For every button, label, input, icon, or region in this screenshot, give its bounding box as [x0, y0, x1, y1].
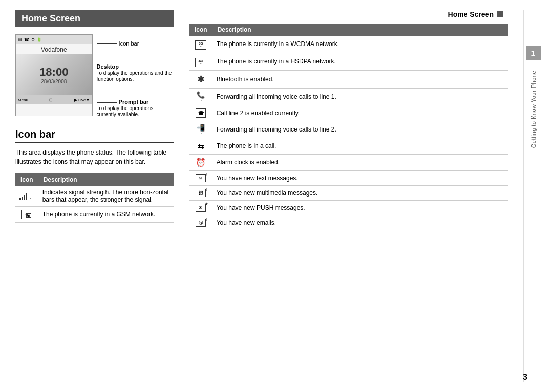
desc-cell-bluetooth: Bluetooth is enabled. [212, 70, 508, 88]
table-row: ✱ Bluetooth is enabled. [189, 70, 508, 88]
left-table-header-desc: Description [38, 173, 174, 186]
table-row: 3G ≡ The phone is currently in a WCDMA n… [189, 36, 508, 53]
phone-time: 18:00 [39, 66, 68, 79]
phone-mockup-section: ▤ ☎ ⚙ 🔋 Vodafone 18:00 28/03/2008 Menu ⊞… [15, 34, 174, 123]
callout-labels: Icon bar Desktop To display the operatio… [93, 34, 174, 123]
table-row: . Indicates signal strength. The more ho… [15, 186, 174, 207]
table-row: ⇆ The phone is in a call. [189, 138, 508, 154]
desc-cell-alarm: Alarm clock is enabled. [212, 154, 508, 170]
line2-icon: ☎ [196, 108, 206, 118]
email-icon: @ ! [196, 219, 206, 227]
desc-cell-wcdma: The phone is currently in a WCDMA networ… [212, 36, 508, 53]
signal-strength-icon: . [19, 192, 34, 200]
left-table-header-row: Icon Description [15, 173, 174, 186]
phone-date: 28/03/2008 [41, 79, 67, 84]
table-row: 📞 → Forwarding all incoming voice calls … [189, 88, 508, 105]
right-table-header-icon: Icon [189, 24, 212, 36]
right-table-header-desc: Description [212, 24, 508, 36]
desc-cell-mms: You have new multimedia messages. [212, 185, 508, 200]
icon-cell-email: @ ! [189, 215, 212, 230]
table-row: 3G+ ≡ The phone is currently in a HSDPA … [189, 53, 508, 70]
table-row: ⏰ Alarm clock is enabled. [189, 154, 508, 170]
phone-bottom-bar: Menu ⊞ ▶ Live▼ [16, 95, 92, 104]
intro-text: This area displays the phone status. The… [15, 148, 174, 166]
desc-cell-email: You have new emails. [212, 215, 508, 230]
icon-bar-heading: Icon bar [15, 128, 174, 143]
gsm-icon: G ▣ [21, 210, 32, 219]
forward-line1-icon: 📞 → [197, 92, 205, 102]
table-row: 🖼 ! You have new multimedia messages. [189, 185, 508, 200]
top-right-title: Home Screen [448, 10, 494, 18]
callout-desktop: Desktop To display the operations and th… [97, 63, 174, 82]
phone-status-bar: ▤ ☎ ⚙ 🔋 [16, 35, 92, 44]
callout-desktop-desc: To display the operations and the functi… [97, 70, 172, 82]
wcdma-icon: 3G ≡ [195, 40, 206, 50]
table-row: ✉ ! You have new text messages. [189, 170, 508, 185]
bluetooth-icon: ✱ [197, 74, 205, 84]
desc-cell-fwd1: Forwarding all incoming voice calls to l… [212, 88, 508, 105]
callout-desktop-label: Desktop [97, 63, 119, 70]
icon-cell-alarm: ⏰ [189, 154, 212, 170]
incall-icon: ⇆ [198, 142, 204, 150]
phone-mockup: ▤ ☎ ⚙ 🔋 Vodafone 18:00 28/03/2008 Menu ⊞… [15, 34, 93, 116]
right-column: Home Screen Icon Description 3G ≡ [189, 10, 508, 382]
icon-cell-fwd1: 📞 → [189, 88, 212, 105]
desc-cell-hsdpa: The phone is currently in a HSDPA networ… [212, 53, 508, 70]
table-row: ☎ Call line 2 is enabled currently. [189, 105, 508, 121]
desc-cell-sms: You have new text messages. [212, 170, 508, 185]
icon-cell-incall: ⇆ [189, 138, 212, 154]
heading-square-icon [497, 11, 503, 17]
right-icon-table: Icon Description 3G ≡ The phone is curre… [189, 24, 508, 230]
icon-cell-sms: ✉ ! [189, 170, 212, 185]
alarm-icon: ⏰ [196, 158, 206, 167]
sms-icon: ✉ ! [196, 174, 206, 182]
icon-cell-bluetooth: ✱ [189, 70, 212, 88]
page-number: 3 [523, 373, 527, 382]
icon-cell-mms: 🖼 ! [189, 185, 212, 200]
callout-icon-bar-label: Icon bar [119, 40, 139, 47]
left-icon-table: Icon Description . [15, 173, 174, 223]
page-title: Home Screen [15, 10, 174, 27]
hsdpa-icon: 3G+ ≡ [195, 58, 206, 67]
right-sidebar: 1 Getting to Know Your Phone [523, 10, 543, 382]
desc-cell-incall: The phone is in a call. [212, 138, 508, 154]
table-row: G ▣ The phone is currently in a GSM netw… [15, 207, 174, 223]
phone-display: 18:00 28/03/2008 [16, 54, 92, 95]
phone-menu-label: Menu [18, 98, 28, 102]
phone-brand: Vodafone [16, 44, 92, 54]
phone-live-label: ▶ Live▼ [74, 98, 90, 102]
table-row: @ ! You have new emails. [189, 215, 508, 230]
left-column: Home Screen ▤ ☎ ⚙ 🔋 Vodafone 18:00 28/03… [15, 10, 174, 382]
desc-cell-push: You have new PUSH messages. [212, 200, 508, 215]
push-icon: ✉ ★ [196, 204, 206, 212]
icon-cell-fwd2: 📲 → [189, 121, 212, 138]
right-table-header-row: Icon Description [189, 24, 508, 36]
desc-cell-gsm: The phone is currently in a GSM network. [38, 207, 174, 223]
main-content: Home Screen ▤ ☎ ⚙ 🔋 Vodafone 18:00 28/03… [0, 0, 553, 392]
chapter-number: 1 [526, 46, 541, 60]
table-row: 📲 → Forwarding all incoming voice calls … [189, 121, 508, 138]
callout-prompt-label: Prompt bar [119, 99, 149, 105]
icon-cell-line2: ☎ [189, 105, 212, 121]
icon-cell-push: ✉ ★ [189, 200, 212, 215]
icon-cell-hsdpa: 3G+ ≡ [189, 53, 212, 70]
left-table-header-icon: Icon [15, 173, 38, 186]
forward-line2-icon: 📲 → [197, 124, 205, 135]
icon-cell-gsm: G ▣ [15, 207, 38, 223]
desc-cell-line2: Call line 2 is enabled currently. [212, 105, 508, 121]
icon-cell-wcdma: 3G ≡ [189, 36, 212, 53]
table-row: ✉ ★ You have new PUSH messages. [189, 200, 508, 215]
mms-icon: 🖼 ! [196, 189, 206, 197]
desc-cell-fwd2: Forwarding all incoming voice calls to l… [212, 121, 508, 138]
desc-cell-signal: Indicates signal strength. The more hori… [38, 186, 174, 207]
top-right-heading: Home Screen [189, 10, 508, 18]
sidebar-label: Getting to Know Your Phone [530, 71, 537, 148]
callout-prompt: Prompt bar To display the operations cur… [97, 99, 174, 117]
callout-prompt-desc: To display the operations currently avai… [97, 105, 154, 117]
icon-cell-signal: . [15, 186, 38, 207]
callout-icon-bar: Icon bar [97, 40, 174, 47]
